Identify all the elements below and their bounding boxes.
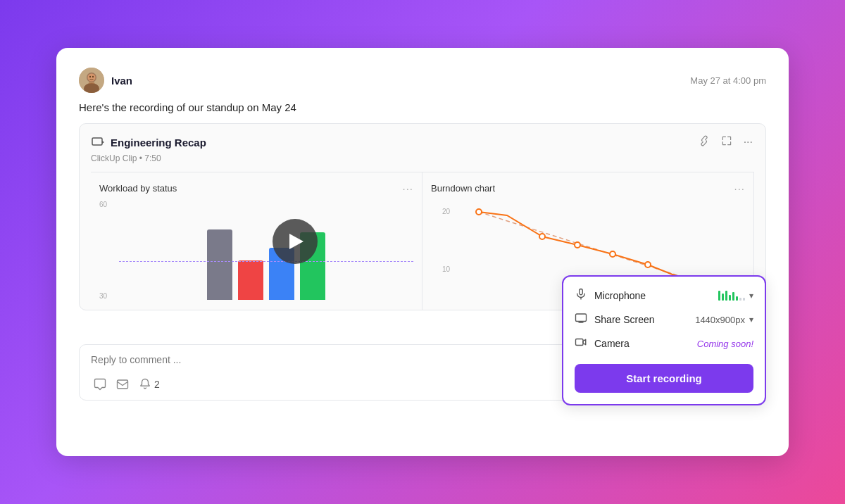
bar-label-60: 60 bbox=[99, 201, 107, 208]
share-screen-row-left: Share Screen bbox=[575, 312, 655, 327]
coming-soon-badge: Coming soon! bbox=[697, 339, 753, 349]
share-screen-row-right: 1440x900px ▾ bbox=[695, 315, 753, 325]
workload-chart-more-button[interactable]: ··· bbox=[402, 182, 413, 194]
share-screen-row: Share Screen 1440x900px ▾ bbox=[575, 312, 753, 327]
clip-title-row: Engineering Recap bbox=[91, 135, 206, 149]
camera-row-right: Coming soon! bbox=[697, 339, 753, 349]
vol-bar-3 bbox=[725, 291, 727, 301]
share-screen-icon bbox=[575, 312, 587, 327]
reply-toolbar-left: 2 bbox=[91, 375, 163, 393]
svg-text:20: 20 bbox=[442, 208, 451, 215]
bar-label-30: 30 bbox=[99, 293, 107, 300]
clip-icon bbox=[91, 135, 105, 149]
svg-rect-29 bbox=[580, 289, 583, 295]
svg-point-11 bbox=[476, 209, 482, 215]
svg-point-3 bbox=[88, 74, 96, 82]
bar-gray bbox=[207, 229, 232, 300]
notifications-button[interactable]: 2 bbox=[136, 375, 163, 393]
message-header: Ivan May 27 at 4:00 pm bbox=[79, 68, 766, 93]
microphone-row-right: ▾ bbox=[718, 291, 753, 301]
vol-bar-6 bbox=[736, 296, 738, 301]
microphone-row-left: Microphone bbox=[575, 288, 646, 303]
avatar bbox=[79, 68, 104, 93]
recording-popup: Microphone ▾ bbox=[562, 275, 766, 405]
workload-bar-chart: 60 30 bbox=[99, 201, 413, 300]
bar-red bbox=[238, 260, 263, 300]
bar-group bbox=[119, 229, 413, 300]
svg-rect-34 bbox=[576, 339, 584, 346]
screen-resolution: 1440x900px bbox=[695, 315, 745, 325]
chat-icon-button[interactable] bbox=[91, 375, 109, 393]
vol-bar-5 bbox=[732, 292, 734, 301]
burndown-chart-title-row: Burndown chart ··· bbox=[431, 182, 745, 194]
svg-point-13 bbox=[575, 242, 580, 248]
username: Ivan bbox=[111, 75, 132, 87]
clip-more-button[interactable]: ··· bbox=[742, 134, 754, 150]
svg-rect-31 bbox=[576, 314, 587, 322]
clip-link-button[interactable] bbox=[697, 134, 711, 151]
camera-row: Camera Coming soon! bbox=[575, 336, 753, 351]
play-icon bbox=[289, 234, 303, 249]
workload-chart-panel: Workload by status ··· 60 30 bbox=[91, 172, 423, 310]
svg-rect-6 bbox=[89, 82, 94, 84]
clip-meta: ClickUp Clip • 7:50 bbox=[91, 153, 754, 163]
camera-row-left: Camera bbox=[575, 336, 630, 351]
camera-popup-icon bbox=[575, 336, 587, 351]
vol-bar-1 bbox=[718, 291, 720, 301]
msg-header-left: Ivan bbox=[79, 68, 132, 93]
svg-point-15 bbox=[645, 262, 651, 267]
svg-point-5 bbox=[92, 76, 94, 77]
notification-count: 2 bbox=[154, 379, 160, 390]
burndown-chart-title: Burndown chart bbox=[431, 183, 495, 194]
main-card: Ivan May 27 at 4:00 pm Here's the record… bbox=[56, 48, 789, 456]
workload-chart-title: Workload by status bbox=[99, 183, 177, 194]
share-screen-label: Share Screen bbox=[594, 314, 655, 325]
clip-actions: ··· bbox=[697, 134, 754, 151]
vol-bar-2 bbox=[722, 294, 724, 301]
microphone-row: Microphone ▾ bbox=[575, 288, 753, 303]
svg-point-12 bbox=[539, 234, 545, 239]
message-text: Here's the recording of our standup on M… bbox=[79, 101, 766, 113]
play-button[interactable] bbox=[273, 219, 318, 264]
svg-rect-7 bbox=[92, 138, 102, 145]
microphone-label: Microphone bbox=[594, 290, 646, 301]
timestamp: May 27 at 4:00 pm bbox=[690, 75, 766, 86]
vol-bar-4 bbox=[729, 295, 731, 301]
clip-title: Engineering Recap bbox=[111, 137, 206, 149]
svg-point-4 bbox=[89, 76, 91, 77]
vol-bar-8 bbox=[743, 298, 745, 301]
svg-text:10: 10 bbox=[442, 265, 451, 273]
clip-header: Engineering Recap ··· bbox=[91, 134, 754, 151]
svg-point-14 bbox=[610, 251, 615, 257]
clip-expand-button[interactable] bbox=[720, 134, 734, 151]
camera-label: Camera bbox=[594, 338, 630, 349]
email-icon-button[interactable] bbox=[113, 375, 132, 393]
share-screen-chevron[interactable]: ▾ bbox=[749, 315, 753, 325]
start-recording-button[interactable]: Start recording bbox=[575, 364, 753, 393]
burndown-chart-more-button[interactable]: ··· bbox=[734, 182, 745, 194]
svg-rect-18 bbox=[118, 380, 128, 389]
volume-bars bbox=[718, 291, 745, 301]
workload-chart-title-row: Workload by status ··· bbox=[99, 182, 413, 194]
microphone-chevron[interactable]: ▾ bbox=[749, 291, 753, 301]
vol-bar-7 bbox=[739, 298, 741, 301]
bar-chart-labels: 60 30 bbox=[99, 201, 107, 300]
microphone-icon bbox=[575, 288, 587, 303]
